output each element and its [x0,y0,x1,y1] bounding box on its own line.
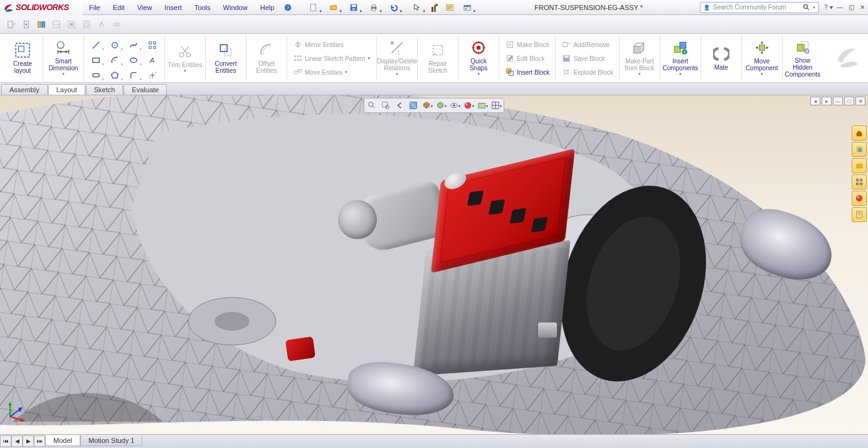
search-box[interactable]: Search Community Forum ▼ [700,2,819,13]
move-component-button[interactable]: Move Component▼ [744,35,780,80]
task-tab-resources[interactable] [852,125,867,141]
smart-dimension-button[interactable]: Smart Dimension▼ [46,35,81,80]
line-tool-button[interactable]: ▾ [88,39,104,51]
print-button[interactable]: ▼ [364,1,383,14]
create-layout-button[interactable]: Create layout [5,35,40,80]
vp-prev-button[interactable]: ◂ [810,97,820,105]
macro-btn-3[interactable] [34,18,48,31]
file-properties-button[interactable] [443,1,457,14]
circle-tool-button[interactable]: ▾ [107,39,123,51]
view-settings-button[interactable]: ▾ [489,99,503,112]
task-tab-file-explorer[interactable] [852,158,867,173]
help-balloon-button[interactable]: ? [281,1,295,14]
help-dropdown-button[interactable]: ? ▾ [823,3,834,13]
bottom-tab-model[interactable]: Model [45,435,80,446]
menu-file[interactable]: File [83,1,107,14]
tab-next-button[interactable]: ▶ [23,435,34,447]
repair-sketch-button[interactable]: Repair Sketch [420,35,455,80]
arc-tool-button[interactable]: ▾ [107,54,123,67]
task-tab-custom-properties[interactable] [852,207,867,222]
move-entities-button[interactable]: Move Entities▼ [291,67,373,78]
menu-edit[interactable]: Edit [107,1,131,14]
minimize-button[interactable]: — [834,3,845,13]
make-part-from-block-button[interactable]: Make Part from Block▼ [622,35,657,80]
vp-minimize-button[interactable]: — [833,97,843,105]
vp-maximize-button[interactable]: □ [844,97,854,105]
macro-btn-8[interactable] [110,18,124,31]
macro-btn-6[interactable] [80,18,93,31]
hide-show-items-button[interactable]: ▾ [448,99,462,112]
trim-entities-button[interactable]: Trim Entities▼ [167,35,203,80]
vp-close-button[interactable]: ✕ [855,97,865,105]
display-delete-relations-button[interactable]: ⊥ Display/Delete Relations▼ [379,35,415,80]
tab-prev-button[interactable]: ◀ [11,435,23,447]
tab-last-button[interactable]: ⏭ [34,435,45,447]
insert-block-button[interactable]: Insert Block [503,67,551,78]
previous-view-button[interactable] [393,99,406,112]
close-button[interactable]: ✕ [857,3,868,13]
rectangle-tool-button[interactable]: ▾ [88,54,104,67]
macro-btn-4[interactable] [50,18,63,31]
tab-sketch[interactable]: Sketch [86,84,124,95]
offset-entities-button[interactable]: Offset Entities [249,35,284,80]
mirror-entities-button[interactable]: Mirror Entities [291,39,373,50]
bottom-tab-motion-study[interactable]: Motion Study 1 [80,435,142,446]
options-button[interactable]: ▼ [458,1,477,14]
new-document-button[interactable]: ▼ [304,1,323,14]
restore-button[interactable]: ◱ [845,3,857,13]
make-block-button[interactable]: Make Block [503,39,551,50]
fillet-tool-button[interactable]: ▾ [125,69,142,82]
tab-evaluate[interactable]: Evaluate [124,84,167,95]
show-hidden-components-button[interactable]: Show Hidden Components [785,35,820,80]
rebuild-button[interactable] [428,1,442,14]
spline-tool-button[interactable]: ▾ [125,39,142,51]
search-icon[interactable] [803,4,810,11]
reference-triad[interactable] [5,397,30,422]
zoom-to-fit-button[interactable] [365,99,379,112]
view-orientation-button[interactable]: ▾ [420,99,434,112]
macro-btn-7[interactable] [95,18,109,31]
tab-first-button[interactable]: ⏮ [0,435,11,447]
menu-insert[interactable]: Insert [158,1,188,14]
save-document-button[interactable]: ▼ [344,1,363,14]
macro-btn-2[interactable] [19,18,33,31]
rect-pattern-icon[interactable] [144,39,161,51]
undo-button[interactable]: ▼ [384,1,403,14]
explode-block-button[interactable]: Explode Block [559,67,615,78]
svg-line-43 [93,42,100,49]
document-title: FRONT-SUSPENSION-EG-ASSY * [477,4,700,11]
menu-window[interactable]: Window [217,1,254,14]
tab-assembly[interactable]: Assembly [1,84,48,95]
tab-layout[interactable]: Layout [48,84,85,95]
task-tab-appearances[interactable] [852,191,867,206]
menu-help[interactable]: Help [254,1,281,14]
select-button[interactable]: ▼ [408,1,426,14]
insert-components-button[interactable]: + Insert Components▼ [663,35,698,80]
text-tool-button[interactable]: A [144,54,161,67]
quick-snaps-button[interactable]: Quick Snaps▼ [461,35,496,80]
mate-button[interactable]: Mate [704,35,739,80]
edit-appearance-button[interactable]: ▾ [462,99,475,112]
task-tab-view-palette[interactable] [852,174,867,189]
task-tab-design-library[interactable] [852,142,867,157]
linear-sketch-pattern-button[interactable]: Linear Sketch Pattern▼ [291,53,373,64]
section-view-button[interactable] [406,99,420,112]
save-block-button[interactable]: Save Block [559,53,615,64]
vp-next-button[interactable]: ▸ [822,97,832,105]
point-tool-button[interactable] [144,69,161,82]
macro-btn-1[interactable] [4,18,18,31]
polygon-tool-button[interactable]: ▾ [107,69,123,82]
edit-block-button[interactable]: Edit Block [503,53,551,64]
ellipse-tool-button[interactable]: ▾ [125,54,142,67]
graphics-viewport[interactable]: ▾ ▾ ▾ ▾ ▾ ▾ ◂ ▸ — □ ✕ [0,95,868,434]
apply-scene-button[interactable]: ▾ [475,99,489,112]
macro-btn-5[interactable] [65,18,78,31]
open-document-button[interactable]: ▼ [324,1,343,14]
menu-view[interactable]: View [131,1,159,14]
zoom-to-area-button[interactable] [379,99,393,112]
menu-tools[interactable]: Tools [188,1,217,14]
slot-tool-button[interactable]: ▾ [88,69,104,82]
add-remove-button[interactable]: +Add/Remove [559,39,615,50]
display-style-button[interactable]: ▾ [434,99,448,112]
convert-entities-button[interactable]: Convert Entities [208,35,243,80]
